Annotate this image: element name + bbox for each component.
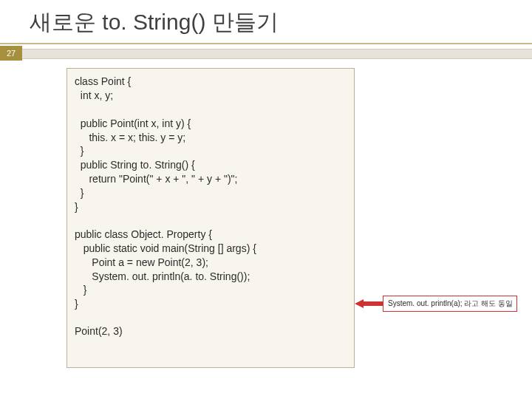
- title-underline: [0, 43, 532, 44]
- code-box: class Point { int x, y; public Point(int…: [66, 68, 355, 368]
- callout-arrow-icon: [355, 298, 384, 310]
- page-number-badge: 27: [0, 46, 22, 61]
- callout-box: System. out. println(a); 라고 해도 동일: [383, 296, 517, 312]
- slide-title: 새로운 to. String() 만들기: [30, 7, 279, 38]
- callout-text: System. out. println(a); 라고 해도 동일: [388, 299, 513, 309]
- header-bar: [22, 49, 532, 59]
- slide: 새로운 to. String() 만들기 27 class Point { in…: [0, 0, 532, 399]
- code-class-objectproperty: public class Object. Property { public s…: [75, 228, 347, 311]
- code-class-point: class Point { int x, y; public Point(int…: [75, 75, 347, 214]
- svg-marker-0: [355, 299, 384, 308]
- code-output: Point(2, 3): [75, 324, 347, 338]
